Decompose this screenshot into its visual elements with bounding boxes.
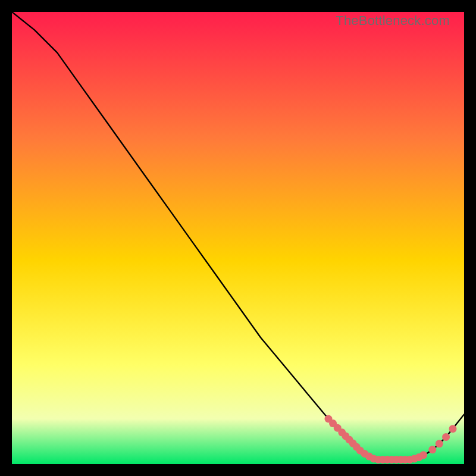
watermark-text: TheBottleneck.com xyxy=(336,13,450,29)
data-marker xyxy=(442,433,450,441)
data-marker xyxy=(436,440,443,447)
data-marker xyxy=(419,451,427,459)
chart-svg xyxy=(12,12,464,464)
data-marker xyxy=(428,446,436,453)
gradient-background xyxy=(12,12,464,464)
data-marker xyxy=(449,425,457,433)
chart-frame: TheBottleneck.com xyxy=(12,12,464,464)
